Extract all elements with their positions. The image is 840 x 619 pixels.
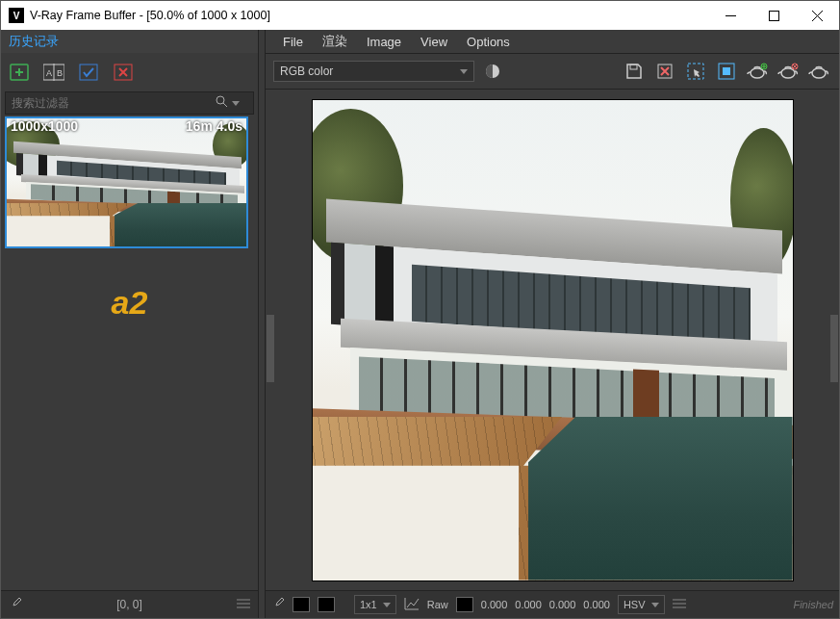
render-viewport[interactable]: [266, 90, 839, 590]
annotation-a2: a2: [1, 284, 258, 322]
region-clear-icon[interactable]: [714, 59, 739, 84]
value-g: 0.000: [515, 599, 542, 610]
menu-file[interactable]: File: [275, 33, 311, 51]
main-toolbar: RGB color: [266, 54, 839, 90]
search-dropdown-icon[interactable]: [232, 101, 253, 106]
raw-swatch[interactable]: [456, 597, 473, 612]
value-b: 0.000: [549, 599, 576, 610]
color-swatch-left[interactable]: [293, 597, 310, 612]
menubar: File 渲染 Image View Options: [266, 30, 839, 54]
teapot-stop-icon[interactable]: [776, 59, 801, 84]
chevron-down-icon: [460, 69, 468, 74]
sidebar-statusbar: [0, 0]: [1, 590, 258, 618]
history-scrollbar[interactable]: [267, 315, 274, 382]
svg-point-16: [781, 68, 795, 78]
delete-image-icon[interactable]: [652, 59, 677, 84]
channel-selector[interactable]: RGB color: [273, 61, 474, 82]
maximize-button[interactable]: [752, 2, 796, 30]
svg-point-7: [216, 96, 224, 104]
thumb-resolution: 1000x1000: [11, 118, 78, 134]
render-image: [312, 99, 794, 581]
value-r: 0.000: [481, 599, 508, 610]
menu-render[interactable]: 渲染: [315, 31, 355, 52]
history-toolbar: AB: [1, 53, 258, 91]
color-mode-selector[interactable]: HSV: [618, 595, 665, 614]
teapot-icon[interactable]: [806, 59, 831, 84]
svg-point-18: [812, 68, 826, 78]
lines-icon[interactable]: [673, 598, 686, 611]
globe-icon[interactable]: [480, 59, 505, 84]
value-a: 0.000: [583, 599, 610, 610]
search-input[interactable]: [6, 92, 211, 114]
close-button[interactable]: [796, 2, 839, 30]
menu-image[interactable]: Image: [359, 33, 409, 51]
delete-button[interactable]: [113, 62, 134, 83]
search-row: [5, 91, 254, 115]
minimize-button[interactable]: [709, 2, 752, 30]
zoom-selector[interactable]: 1x1: [354, 595, 396, 614]
channel-selector-label: RGB color: [280, 64, 333, 78]
menu-view[interactable]: View: [413, 33, 455, 51]
thumb-time: 16m 4.0s: [186, 118, 242, 134]
eyedropper-icon[interactable]: [9, 597, 22, 613]
svg-text:B: B: [57, 68, 63, 78]
app-logo-icon: V: [9, 8, 24, 23]
svg-text:A: A: [46, 68, 52, 78]
history-heading: 历史记录: [1, 30, 258, 53]
color-swatch-right[interactable]: [318, 597, 335, 612]
viewport-scrollbar[interactable]: [830, 315, 838, 382]
confirm-button[interactable]: [78, 62, 99, 83]
compare-ab-button[interactable]: AB: [43, 62, 64, 83]
svg-rect-13: [723, 67, 730, 75]
svg-rect-5: [80, 64, 97, 80]
teapot-start-icon[interactable]: [745, 59, 770, 84]
menu-options[interactable]: Options: [459, 33, 518, 51]
statusbar: 1x1 Raw 0.000 0.000 0.000 0.000 HSV Fini…: [266, 590, 839, 618]
splitter[interactable]: [259, 30, 266, 618]
save-icon[interactable]: [622, 59, 647, 84]
raw-label: Raw: [427, 599, 448, 610]
cursor-coords: [0, 0]: [116, 598, 142, 611]
eyedropper-icon[interactable]: [271, 597, 285, 612]
svg-rect-0: [770, 11, 779, 20]
history-thumbnail[interactable]: 1000x1000 16m 4.0s: [5, 116, 248, 248]
region-select-icon[interactable]: [683, 59, 708, 84]
graph-icon[interactable]: [404, 597, 420, 612]
window-titlebar: V V-Ray Frame Buffer - [50.0% of 1000 x …: [1, 1, 839, 30]
history-sidebar: 历史记录 AB: [1, 30, 259, 618]
add-history-button[interactable]: [9, 62, 30, 83]
status-text: Finished: [793, 599, 833, 610]
svg-point-14: [751, 68, 764, 78]
search-icon[interactable]: [211, 95, 232, 111]
lines-icon[interactable]: [237, 598, 250, 612]
window-title: V-Ray Frame Buffer - [50.0% of 1000 x 10…: [30, 9, 709, 22]
